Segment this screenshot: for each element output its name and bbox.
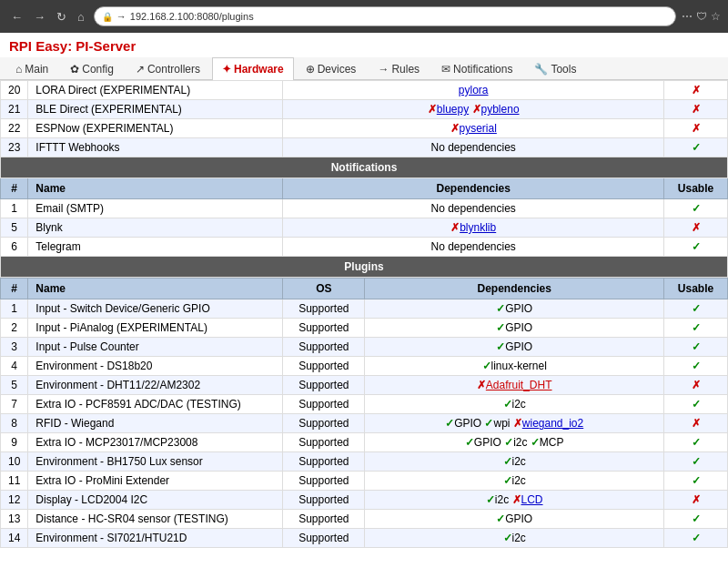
green-check-icon: ✓ bbox=[496, 340, 505, 353]
row-deps: ✓GPIO ✓wpi ✗wiegand_io2 bbox=[365, 414, 664, 433]
browser-chrome: ← → ↻ ⌂ 🔒 → 192.168.2.100:8080/plugins ⋯… bbox=[0, 0, 728, 33]
reload-button[interactable]: ↻ bbox=[53, 8, 70, 25]
dep-link[interactable]: pylora bbox=[459, 84, 489, 96]
green-check-icon: ✓ bbox=[692, 240, 701, 253]
row-os: Supported bbox=[283, 338, 365, 357]
green-check-icon: ✓ bbox=[496, 302, 505, 315]
dep-link[interactable]: bluepy bbox=[437, 103, 469, 116]
row-os: Supported bbox=[283, 433, 365, 452]
extensions-button[interactable]: ⋯ bbox=[682, 10, 693, 23]
row-os: Supported bbox=[283, 357, 365, 376]
page-title: RPI Easy: PI-Server bbox=[9, 38, 136, 54]
col-header-usable: Usable bbox=[664, 178, 728, 199]
row-name: Email (SMTP) bbox=[28, 199, 283, 218]
col-header-deps: Dependencies bbox=[283, 178, 664, 199]
row-usable: ✓ bbox=[664, 299, 728, 319]
table-row: 7 Extra IO - PCF8591 ADC/DAC (TESTING) S… bbox=[1, 395, 728, 414]
nav-config[interactable]: ✿ Config bbox=[60, 57, 124, 80]
row-deps: ✓i2c bbox=[365, 395, 664, 414]
red-x-icon: ✗ bbox=[692, 122, 701, 135]
url-arrow: → bbox=[116, 11, 126, 22]
row-usable: ✓ bbox=[664, 357, 728, 376]
dep-link[interactable]: wiegand_io2 bbox=[522, 417, 583, 430]
home-button[interactable]: ⌂ bbox=[74, 8, 88, 25]
page-header: RPI Easy: PI-Server bbox=[0, 33, 728, 57]
nav-hardware[interactable]: ✦ Hardware bbox=[212, 57, 294, 80]
row-name: Blynk bbox=[28, 218, 283, 238]
table-row: 4 Environment - DS18b20 Supported ✓linux… bbox=[1, 357, 728, 376]
bookmark-icon[interactable]: ☆ bbox=[711, 10, 721, 23]
plugins-col-headers: # Name OS Dependencies Usable bbox=[1, 279, 728, 299]
nav-rules[interactable]: → Rules bbox=[368, 57, 430, 80]
row-os: Supported bbox=[283, 319, 365, 338]
forward-button[interactable]: → bbox=[30, 8, 49, 25]
nav-tools[interactable]: 🔧 Tools bbox=[524, 57, 586, 80]
green-check-icon: ✓ bbox=[692, 474, 701, 487]
red-x-icon: ✗ bbox=[512, 493, 521, 506]
notifications-col-headers: # Name Dependencies Usable bbox=[1, 178, 728, 199]
url-text: 192.168.2.100:8080/plugins bbox=[130, 11, 254, 22]
col-header-name: Name bbox=[28, 279, 283, 299]
green-check-icon: ✓ bbox=[531, 436, 540, 449]
section-title: Notifications bbox=[1, 157, 728, 178]
nav-notifications[interactable]: ✉ Notifications bbox=[431, 57, 522, 80]
table-row: 21 BLE Direct (EXPERIMENTAL) ✗bluepy ✗py… bbox=[1, 100, 728, 119]
row-name: Input - PiAnalog (EXPERIMENTAL) bbox=[28, 319, 283, 338]
row-deps: No dependencies bbox=[283, 138, 664, 157]
lock-icon: 🔒 bbox=[102, 12, 113, 22]
browser-action-buttons[interactable]: ⋯ 🛡 ☆ bbox=[682, 10, 721, 23]
table-row: 12 Display - LCD2004 I2C Supported ✓i2c … bbox=[1, 491, 728, 510]
row-deps: ✓GPIO ✓i2c ✓MCP bbox=[365, 433, 664, 452]
back-button[interactable]: ← bbox=[7, 8, 26, 25]
nav-devices[interactable]: ⊕ Devices bbox=[296, 57, 367, 80]
green-check-icon: ✓ bbox=[503, 532, 512, 544]
row-name: Input - Pulse Counter bbox=[28, 338, 283, 357]
row-num: 12 bbox=[1, 491, 28, 510]
green-check-icon: ✓ bbox=[692, 436, 701, 449]
row-deps: ✓i2c ✗LCD bbox=[365, 491, 664, 510]
nav-controllers[interactable]: ↗ Controllers bbox=[126, 57, 210, 80]
address-bar[interactable]: 🔒 → 192.168.2.100:8080/plugins bbox=[94, 6, 676, 26]
nav-main[interactable]: ⌂ Main bbox=[5, 57, 58, 80]
table-row: 14 Environment - SI7021/HTU21D Supported… bbox=[1, 529, 728, 548]
red-x-icon: ✗ bbox=[692, 84, 701, 96]
dep-link[interactable]: pybleno bbox=[481, 103, 520, 116]
dep-link[interactable]: pyserial bbox=[460, 122, 497, 135]
row-deps: ✗bluepy ✗pybleno bbox=[283, 100, 664, 119]
table-row: 5 Blynk ✗blynklib ✗ bbox=[1, 218, 728, 238]
row-deps: No dependencies bbox=[283, 238, 664, 257]
table-row: 6 Telegram No dependencies ✓ bbox=[1, 238, 728, 257]
row-name: RFID - Wiegand bbox=[28, 414, 283, 433]
red-x-icon: ✗ bbox=[692, 221, 701, 234]
nav-controls[interactable]: ← → ↻ ⌂ bbox=[7, 8, 88, 25]
row-name: Extra IO - ProMini Extender bbox=[28, 472, 283, 491]
row-os: Supported bbox=[283, 529, 365, 548]
row-usable: ✓ bbox=[664, 529, 728, 548]
row-deps: ✓i2c bbox=[365, 472, 664, 491]
row-name: Distance - HC-SR04 sensor (TESTING) bbox=[28, 510, 283, 529]
red-x-icon: ✗ bbox=[472, 103, 481, 116]
col-header-os: OS bbox=[283, 279, 365, 299]
row-usable: ✗ bbox=[664, 491, 728, 510]
row-os: Supported bbox=[283, 299, 365, 319]
row-usable: ✗ bbox=[664, 119, 728, 138]
dep-link[interactable]: blynklib bbox=[460, 221, 496, 234]
row-name: Extra IO - MCP23017/MCP23008 bbox=[28, 433, 283, 452]
row-os: Supported bbox=[283, 376, 365, 395]
row-num: 11 bbox=[1, 472, 28, 491]
green-check-icon: ✓ bbox=[496, 321, 505, 334]
col-header-usable: Usable bbox=[664, 279, 728, 299]
green-check-icon: ✓ bbox=[504, 436, 513, 449]
row-deps: ✓GPIO bbox=[365, 319, 664, 338]
row-num: 14 bbox=[1, 529, 28, 548]
row-deps: ✓GPIO bbox=[365, 510, 664, 529]
row-num: 22 bbox=[1, 119, 28, 138]
shield-icon[interactable]: 🛡 bbox=[696, 10, 707, 23]
row-num: 1 bbox=[1, 199, 28, 218]
dep-link[interactable]: LCD bbox=[521, 493, 543, 506]
dep-link[interactable]: Adafruit_DHT bbox=[486, 379, 552, 391]
row-num: 4 bbox=[1, 357, 28, 376]
row-usable: ✓ bbox=[664, 138, 728, 157]
table-row: 13 Distance - HC-SR04 sensor (TESTING) S… bbox=[1, 510, 728, 529]
table-row: 20 LORA Direct (EXPERIMENTAL) pylora ✗ bbox=[1, 81, 728, 100]
